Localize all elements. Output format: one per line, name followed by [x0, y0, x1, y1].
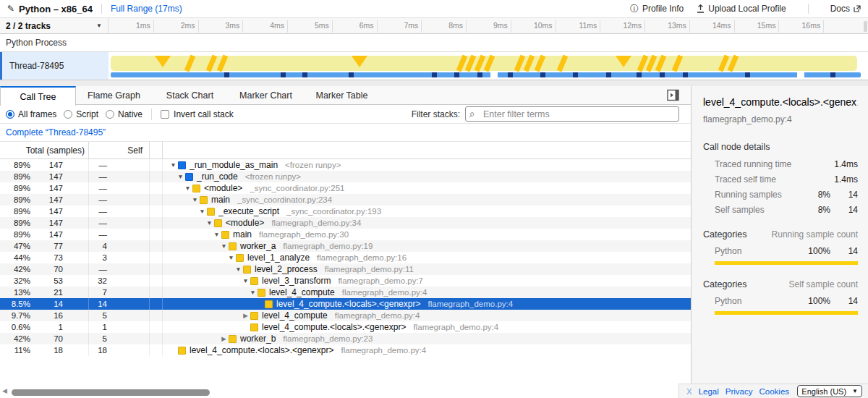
- footer-link-privacy[interactable]: Privacy: [726, 387, 753, 396]
- expand-twisty-icon[interactable]: ▶: [219, 335, 229, 342]
- collapse-twisty-icon[interactable]: ▼: [212, 231, 221, 238]
- footer-link-cookies[interactable]: Cookies: [760, 387, 790, 396]
- table-row[interactable]: 89%147—▼_run_module_as_main<frozen runpy…: [0, 159, 691, 171]
- expand-twisty-icon[interactable]: ▶: [241, 312, 250, 319]
- collapse-twisty-icon[interactable]: ▼: [169, 161, 178, 169]
- timeline-ruler[interactable]: 2 / 2 tracks ▼ 1ms2ms3ms4ms5ms6ms7ms8ms9…: [0, 18, 868, 34]
- collapse-twisty-icon[interactable]: ▼: [226, 254, 236, 261]
- categories-count-type: Running sample count: [772, 229, 858, 240]
- table-row[interactable]: 11%1818level_4_compute.<locals>.<genexpr…: [0, 344, 691, 356]
- source-location: <frozen runpy>: [285, 161, 341, 169]
- footer-link-x[interactable]: X: [686, 387, 692, 396]
- self-samples: —: [89, 194, 150, 206]
- detail-value: 14: [830, 190, 858, 200]
- breadcrumb[interactable]: Complete “Thread-78495”: [6, 127, 106, 137]
- tree-cell: ▶level_4_computeflamegraph_demo.py:4: [163, 310, 691, 321]
- table-row[interactable]: 89%147—▼<module>flamegraph_demo.py:34: [0, 217, 691, 229]
- collapse-twisty-icon[interactable]: ▼: [241, 277, 250, 284]
- function-name: level_3_transform: [262, 276, 331, 286]
- profile-info-button[interactable]: ⓘ Profile Info: [630, 3, 684, 15]
- language-select[interactable]: English (US) ▼: [797, 385, 862, 397]
- function-name: worker_b: [240, 334, 276, 344]
- tab-stack-chart[interactable]: Stack Chart: [152, 86, 228, 105]
- docs-link[interactable]: Docs: [830, 4, 861, 14]
- row-spacer: [150, 240, 163, 252]
- row-spacer: [150, 229, 163, 240]
- column-header-total[interactable]: Total (samples): [0, 142, 89, 158]
- category-square-icon: [229, 242, 237, 250]
- breadcrumb-row: Complete “Thread-78495”: [0, 124, 691, 142]
- radio-script[interactable]: Script: [64, 109, 98, 119]
- radio-native[interactable]: Native: [106, 109, 142, 119]
- table-row[interactable]: 89%147—▼mainflamegraph_demo.py:30: [0, 229, 691, 240]
- collapse-twisty-icon[interactable]: ▼: [219, 242, 229, 250]
- footer-link-legal[interactable]: Legal: [699, 387, 719, 396]
- table-row[interactable]: 32%5332▼level_3_transformflamegraph_demo…: [0, 275, 691, 287]
- tab-flame-graph[interactable]: Flame Graph: [76, 86, 152, 105]
- row-spacer: [150, 344, 163, 356]
- collapse-twisty-icon[interactable]: ▼: [190, 196, 200, 203]
- collapse-twisty-icon[interactable]: ▼: [234, 266, 243, 273]
- column-header-self[interactable]: Self: [89, 142, 150, 158]
- category-square-icon: [250, 312, 258, 320]
- category-value: 14: [830, 296, 858, 306]
- row-spacer: [150, 159, 163, 171]
- horizontal-scrollbar-thumb[interactable]: [12, 389, 210, 396]
- category-square-icon: [200, 196, 208, 204]
- table-header: Total (samples) Self: [0, 142, 691, 159]
- table-row[interactable]: 13%217▼level_4_computeflamegraph_demo.py…: [0, 287, 691, 298]
- scroll-left-arrow[interactable]: ◀: [2, 387, 7, 394]
- tab-call-tree[interactable]: Call Tree: [0, 86, 76, 106]
- collapse-twisty-icon[interactable]: ▼: [205, 219, 214, 226]
- collapse-twisty-icon[interactable]: ▼: [197, 208, 207, 215]
- table-row[interactable]: 42%70—▼level_2_processflamegraph_demo.py…: [0, 263, 691, 275]
- category-square-icon: [214, 219, 222, 227]
- table-row[interactable]: 47%774▼worker_aflamegraph_demo.py:19: [0, 240, 691, 252]
- table-row[interactable]: 44%733▼level_1_analyzeflamegraph_demo.py…: [0, 252, 691, 263]
- upload-profile-button[interactable]: Upload Local Profile: [697, 4, 786, 14]
- table-row[interactable]: 9.7%165▶level_4_computeflamegraph_demo.p…: [0, 310, 691, 321]
- select-caret-icon: ▼: [852, 388, 858, 394]
- table-row[interactable]: 89%147—▼_execute_script_sync_coordinator…: [0, 206, 691, 217]
- edit-pencil-icon[interactable]: ✎: [7, 4, 14, 14]
- radio-all-frames[interactable]: All frames: [6, 109, 56, 119]
- table-row[interactable]: 89%147—▼<module>_sync_coordinator.py:251: [0, 182, 691, 194]
- sample-dense-segment: [683, 72, 688, 77]
- row-spacer: [150, 206, 163, 217]
- total-percent: 13%: [0, 288, 35, 297]
- activity-graph-svg: [109, 52, 868, 80]
- table-row[interactable]: 89%147—▼main_sync_coordinator.py:234: [0, 194, 691, 206]
- detail-label: Traced running time: [703, 159, 797, 169]
- filter-input[interactable]: [465, 106, 679, 122]
- thread-activity-graph[interactable]: [109, 52, 868, 80]
- collapse-twisty-icon[interactable]: ▼: [183, 185, 192, 192]
- table-row[interactable]: 89%147—▼_run_code<frozen runpy>: [0, 171, 691, 182]
- table-row[interactable]: 8.5%1414level_4_compute.<locals>.<genexp…: [0, 298, 691, 310]
- process-track-header[interactable]: Python Process: [0, 34, 868, 52]
- source-location: _sync_coordinator.py:251: [250, 184, 344, 192]
- ruler-tick-line: [466, 20, 467, 33]
- tracks-dropdown[interactable]: 2 / 2 tracks ▼: [0, 18, 109, 33]
- tab-marker-table[interactable]: Marker Table: [304, 86, 380, 105]
- collapse-twisty-icon[interactable]: ▼: [176, 173, 185, 180]
- invert-call-stack-checkbox[interactable]: Invert call stack: [161, 109, 234, 119]
- total-samples: 16: [35, 310, 89, 321]
- thread-track-label[interactable]: Thread-78495: [0, 52, 109, 80]
- ruler-tick-line: [734, 20, 735, 33]
- function-name: level_2_process: [255, 264, 318, 274]
- category-square-icon: [258, 289, 265, 297]
- sidebar-toggle-button[interactable]: [667, 89, 679, 101]
- tab-marker-chart[interactable]: Marker Chart: [228, 86, 304, 105]
- category-square-icon: [250, 323, 258, 331]
- total-samples: 147: [35, 206, 89, 217]
- collapse-twisty-icon[interactable]: ▼: [248, 289, 258, 296]
- profile-title[interactable]: Python – x86_64: [19, 4, 93, 14]
- full-range-link[interactable]: Full Range (17ms): [111, 4, 182, 14]
- frame-filter-radios: All framesScriptNative: [6, 109, 142, 119]
- ruler-scrollbar[interactable]: [864, 21, 867, 32]
- table-row[interactable]: 42%705▶worker_bflamegraph_demo.py:23: [0, 333, 691, 344]
- category-bar: [715, 261, 858, 265]
- ruler-tick-label: 16ms: [781, 21, 820, 30]
- table-row[interactable]: 0.6%11level_4_compute.<locals>.<genexpr>…: [0, 321, 691, 333]
- total-samples: 147: [35, 194, 89, 206]
